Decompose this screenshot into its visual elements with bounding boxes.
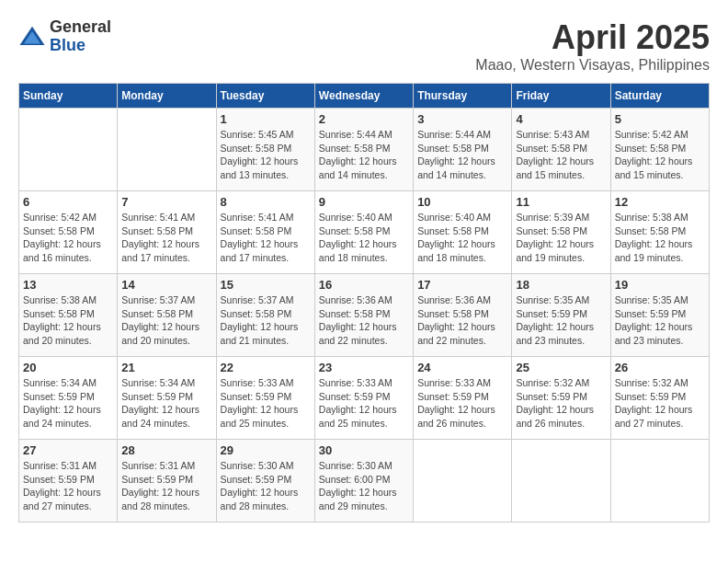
day-number: 1 — [221, 112, 311, 126]
calendar-week-row: 1Sunrise: 5:45 AM Sunset: 5:58 PM Daylig… — [19, 109, 710, 191]
day-number: 24 — [417, 361, 507, 374]
calendar-table: SundayMondayTuesdayWednesdayThursdayFrid… — [18, 83, 710, 523]
day-info: Sunrise: 5:44 AM Sunset: 5:58 PM Dayligh… — [417, 128, 507, 182]
calendar-day-header: Sunday — [19, 84, 118, 109]
calendar-cell: 24Sunrise: 5:33 AM Sunset: 5:59 PM Dayli… — [414, 357, 512, 440]
calendar-cell: 20Sunrise: 5:34 AM Sunset: 5:59 PM Dayli… — [19, 357, 118, 440]
day-info: Sunrise: 5:30 AM Sunset: 5:59 PM Dayligh… — [221, 459, 311, 513]
day-info: Sunrise: 5:34 AM Sunset: 5:59 PM Dayligh… — [121, 376, 211, 431]
day-info: Sunrise: 5:35 AM Sunset: 5:59 PM Dayligh… — [516, 293, 606, 348]
day-info: Sunrise: 5:42 AM Sunset: 5:58 PM Dayligh… — [615, 128, 705, 182]
day-number: 26 — [615, 361, 705, 374]
calendar-cell: 23Sunrise: 5:33 AM Sunset: 5:59 PM Dayli… — [314, 357, 413, 440]
calendar-week-row: 27Sunrise: 5:31 AM Sunset: 5:59 PM Dayli… — [19, 440, 710, 523]
day-number: 23 — [319, 361, 409, 374]
day-info: Sunrise: 5:45 AM Sunset: 5:58 PM Dayligh… — [221, 128, 311, 182]
day-number: 12 — [615, 195, 705, 209]
title-section: April 2025 Maao, Western Visayas, Philip… — [475, 18, 710, 74]
day-info: Sunrise: 5:40 AM Sunset: 5:58 PM Dayligh… — [319, 211, 409, 265]
day-number: 19 — [615, 278, 705, 292]
day-info: Sunrise: 5:33 AM Sunset: 5:59 PM Dayligh… — [221, 376, 311, 431]
day-info: Sunrise: 5:36 AM Sunset: 5:58 PM Dayligh… — [319, 293, 409, 348]
day-number: 10 — [417, 195, 507, 209]
day-number: 25 — [516, 361, 606, 374]
calendar-cell: 14Sunrise: 5:37 AM Sunset: 5:58 PM Dayli… — [118, 274, 216, 357]
day-number: 6 — [23, 195, 113, 209]
calendar-cell: 21Sunrise: 5:34 AM Sunset: 5:59 PM Dayli… — [118, 357, 216, 440]
calendar-cell: 3Sunrise: 5:44 AM Sunset: 5:58 PM Daylig… — [414, 109, 512, 191]
calendar-cell: 29Sunrise: 5:30 AM Sunset: 5:59 PM Dayli… — [216, 440, 314, 523]
calendar-cell: 8Sunrise: 5:41 AM Sunset: 5:58 PM Daylig… — [216, 191, 314, 274]
calendar-week-row: 6Sunrise: 5:42 AM Sunset: 5:58 PM Daylig… — [19, 191, 710, 274]
day-number: 7 — [121, 195, 211, 209]
day-number: 17 — [417, 278, 507, 292]
day-info: Sunrise: 5:42 AM Sunset: 5:58 PM Dayligh… — [23, 211, 113, 265]
day-info: Sunrise: 5:31 AM Sunset: 5:59 PM Dayligh… — [121, 459, 211, 513]
day-number: 13 — [23, 278, 113, 292]
day-number: 2 — [319, 112, 409, 126]
day-info: Sunrise: 5:35 AM Sunset: 5:59 PM Dayligh… — [615, 293, 705, 348]
day-number: 27 — [23, 443, 113, 457]
calendar-cell — [118, 109, 216, 191]
day-info: Sunrise: 5:34 AM Sunset: 5:59 PM Dayligh… — [23, 376, 113, 431]
logo: General Blue — [18, 18, 111, 55]
calendar-day-header: Tuesday — [216, 84, 314, 109]
subtitle: Maao, Western Visayas, Philippines — [475, 57, 710, 74]
day-info: Sunrise: 5:40 AM Sunset: 5:58 PM Dayligh… — [417, 211, 507, 265]
day-number: 4 — [516, 112, 606, 126]
calendar-cell: 7Sunrise: 5:41 AM Sunset: 5:58 PM Daylig… — [118, 191, 216, 274]
calendar-cell: 6Sunrise: 5:42 AM Sunset: 5:58 PM Daylig… — [19, 191, 118, 274]
calendar-cell: 16Sunrise: 5:36 AM Sunset: 5:58 PM Dayli… — [314, 274, 413, 357]
calendar-cell — [610, 440, 709, 523]
main-title: April 2025 — [475, 18, 710, 57]
day-number: 29 — [221, 443, 311, 457]
day-info: Sunrise: 5:43 AM Sunset: 5:58 PM Dayligh… — [516, 128, 606, 182]
logo-blue: Blue — [50, 37, 111, 55]
day-number: 14 — [121, 278, 211, 292]
calendar-cell — [512, 440, 610, 523]
day-number: 5 — [615, 112, 705, 126]
logo-general: General — [50, 18, 111, 37]
calendar-cell — [414, 440, 512, 523]
calendar-cell: 27Sunrise: 5:31 AM Sunset: 5:59 PM Dayli… — [19, 440, 118, 523]
calendar-cell: 13Sunrise: 5:38 AM Sunset: 5:58 PM Dayli… — [19, 274, 118, 357]
day-info: Sunrise: 5:32 AM Sunset: 5:59 PM Dayligh… — [516, 376, 606, 431]
day-number: 21 — [121, 361, 211, 374]
calendar-week-row: 13Sunrise: 5:38 AM Sunset: 5:58 PM Dayli… — [19, 274, 710, 357]
logo-text: General Blue — [50, 18, 111, 55]
day-info: Sunrise: 5:32 AM Sunset: 5:59 PM Dayligh… — [615, 376, 705, 431]
day-number: 28 — [121, 443, 211, 457]
day-info: Sunrise: 5:33 AM Sunset: 5:59 PM Dayligh… — [319, 376, 409, 431]
day-info: Sunrise: 5:33 AM Sunset: 5:59 PM Dayligh… — [417, 376, 507, 431]
day-number: 18 — [516, 278, 606, 292]
calendar-day-header: Monday — [118, 84, 216, 109]
day-info: Sunrise: 5:41 AM Sunset: 5:58 PM Dayligh… — [121, 211, 211, 265]
day-info: Sunrise: 5:41 AM Sunset: 5:58 PM Dayligh… — [221, 211, 311, 265]
calendar-cell: 2Sunrise: 5:44 AM Sunset: 5:58 PM Daylig… — [314, 109, 413, 191]
day-info: Sunrise: 5:36 AM Sunset: 5:58 PM Dayligh… — [417, 293, 507, 348]
calendar-cell: 12Sunrise: 5:38 AM Sunset: 5:58 PM Dayli… — [610, 191, 709, 274]
day-number: 15 — [221, 278, 311, 292]
calendar-day-header: Friday — [512, 84, 610, 109]
calendar-day-header: Saturday — [610, 84, 709, 109]
calendar-cell: 10Sunrise: 5:40 AM Sunset: 5:58 PM Dayli… — [414, 191, 512, 274]
calendar-cell: 17Sunrise: 5:36 AM Sunset: 5:58 PM Dayli… — [414, 274, 512, 357]
calendar-cell: 9Sunrise: 5:40 AM Sunset: 5:58 PM Daylig… — [314, 191, 413, 274]
day-info: Sunrise: 5:38 AM Sunset: 5:58 PM Dayligh… — [615, 211, 705, 265]
day-info: Sunrise: 5:44 AM Sunset: 5:58 PM Dayligh… — [319, 128, 409, 182]
day-info: Sunrise: 5:39 AM Sunset: 5:58 PM Dayligh… — [516, 211, 606, 265]
calendar-cell: 18Sunrise: 5:35 AM Sunset: 5:59 PM Dayli… — [512, 274, 610, 357]
day-info: Sunrise: 5:37 AM Sunset: 5:58 PM Dayligh… — [221, 293, 311, 348]
calendar-header-row: SundayMondayTuesdayWednesdayThursdayFrid… — [19, 84, 710, 109]
day-number: 9 — [319, 195, 409, 209]
calendar-cell: 28Sunrise: 5:31 AM Sunset: 5:59 PM Dayli… — [118, 440, 216, 523]
logo-icon — [18, 23, 46, 51]
day-number: 30 — [319, 443, 409, 457]
day-info: Sunrise: 5:37 AM Sunset: 5:58 PM Dayligh… — [121, 293, 211, 348]
calendar-cell: 30Sunrise: 5:30 AM Sunset: 6:00 PM Dayli… — [314, 440, 413, 523]
calendar-cell: 15Sunrise: 5:37 AM Sunset: 5:58 PM Dayli… — [216, 274, 314, 357]
day-number: 3 — [417, 112, 507, 126]
calendar-cell: 11Sunrise: 5:39 AM Sunset: 5:58 PM Dayli… — [512, 191, 610, 274]
calendar-week-row: 20Sunrise: 5:34 AM Sunset: 5:59 PM Dayli… — [19, 357, 710, 440]
day-number: 20 — [23, 361, 113, 374]
